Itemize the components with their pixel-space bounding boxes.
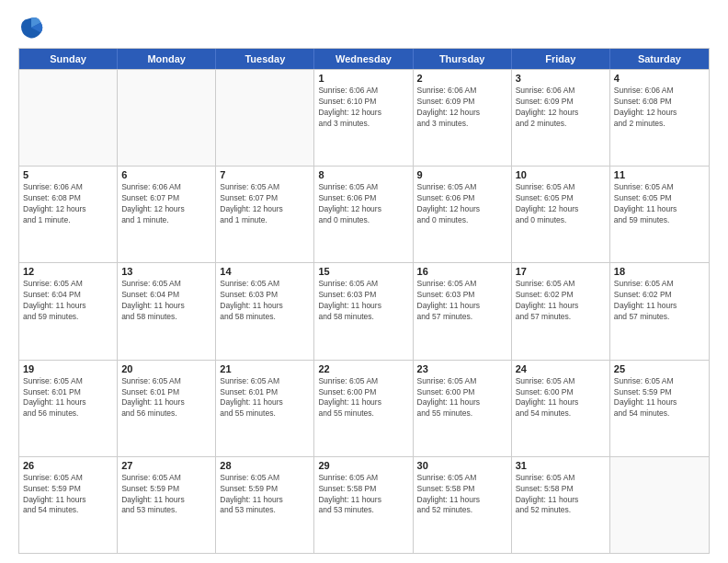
- calendar-row-2: 12Sunrise: 6:05 AM Sunset: 6:04 PM Dayli…: [19, 262, 709, 359]
- day-number: 25: [614, 363, 705, 374]
- day-cell-3: 3Sunrise: 6:06 AM Sunset: 6:09 PM Daylig…: [512, 70, 610, 166]
- day-number: 10: [516, 169, 606, 180]
- day-number: 3: [516, 73, 606, 84]
- day-cell-25: 25Sunrise: 6:05 AM Sunset: 5:59 PM Dayli…: [610, 361, 709, 456]
- day-number: 7: [220, 169, 310, 180]
- day-cell-31: 31Sunrise: 6:05 AM Sunset: 5:58 PM Dayli…: [512, 457, 610, 553]
- day-info: Sunrise: 6:05 AM Sunset: 6:04 PM Dayligh…: [23, 279, 113, 323]
- day-number: 26: [23, 460, 113, 471]
- day-number: 27: [121, 460, 211, 471]
- day-info: Sunrise: 6:05 AM Sunset: 6:06 PM Dayligh…: [318, 182, 408, 226]
- day-cell-27: 27Sunrise: 6:05 AM Sunset: 5:59 PM Dayli…: [118, 457, 216, 553]
- day-info: Sunrise: 6:06 AM Sunset: 6:08 PM Dayligh…: [23, 182, 113, 226]
- page: SundayMondayTuesdayWednesdayThursdayFrid…: [0, 0, 728, 563]
- day-number: 9: [417, 169, 507, 180]
- day-info: Sunrise: 6:05 AM Sunset: 6:05 PM Dayligh…: [516, 182, 606, 226]
- day-info: Sunrise: 6:05 AM Sunset: 6:02 PM Dayligh…: [614, 279, 705, 323]
- day-number: 18: [614, 266, 705, 277]
- day-number: 21: [220, 363, 310, 374]
- day-cell-6: 6Sunrise: 6:06 AM Sunset: 6:07 PM Daylig…: [118, 167, 216, 262]
- day-cell-8: 8Sunrise: 6:05 AM Sunset: 6:06 PM Daylig…: [314, 167, 413, 262]
- day-cell-29: 29Sunrise: 6:05 AM Sunset: 5:58 PM Dayli…: [314, 457, 413, 553]
- day-cell-28: 28Sunrise: 6:05 AM Sunset: 5:59 PM Dayli…: [216, 457, 314, 553]
- day-number: 15: [318, 266, 408, 277]
- day-cell-1: 1Sunrise: 6:06 AM Sunset: 6:10 PM Daylig…: [314, 70, 413, 166]
- weekday-header-friday: Friday: [512, 49, 610, 69]
- day-number: 11: [614, 169, 705, 180]
- day-number: 30: [417, 460, 507, 471]
- day-info: Sunrise: 6:05 AM Sunset: 6:01 PM Dayligh…: [220, 376, 310, 420]
- day-cell-15: 15Sunrise: 6:05 AM Sunset: 6:03 PM Dayli…: [314, 263, 413, 359]
- day-cell-12: 12Sunrise: 6:05 AM Sunset: 6:04 PM Dayli…: [19, 263, 118, 359]
- weekday-header-saturday: Saturday: [610, 49, 709, 69]
- day-cell-22: 22Sunrise: 6:05 AM Sunset: 6:00 PM Dayli…: [314, 361, 413, 456]
- calendar-row-3: 19Sunrise: 6:05 AM Sunset: 6:01 PM Dayli…: [19, 360, 709, 456]
- day-number: 6: [121, 169, 211, 180]
- day-cell-20: 20Sunrise: 6:05 AM Sunset: 6:01 PM Dayli…: [118, 361, 216, 456]
- logo: [18, 15, 48, 40]
- day-number: 16: [417, 266, 507, 277]
- day-cell-11: 11Sunrise: 6:05 AM Sunset: 6:05 PM Dayli…: [610, 167, 709, 262]
- day-info: Sunrise: 6:06 AM Sunset: 6:10 PM Dayligh…: [318, 86, 408, 130]
- empty-cell-4-6: [610, 457, 709, 553]
- day-number: 23: [417, 363, 507, 374]
- day-info: Sunrise: 6:05 AM Sunset: 6:00 PM Dayligh…: [318, 376, 408, 420]
- day-cell-5: 5Sunrise: 6:06 AM Sunset: 6:08 PM Daylig…: [19, 167, 118, 262]
- header: [18, 15, 710, 40]
- empty-cell-0-2: [216, 70, 314, 166]
- day-cell-14: 14Sunrise: 6:05 AM Sunset: 6:03 PM Dayli…: [216, 263, 314, 359]
- day-number: 22: [318, 363, 408, 374]
- empty-cell-0-0: [19, 70, 118, 166]
- day-cell-21: 21Sunrise: 6:05 AM Sunset: 6:01 PM Dayli…: [216, 361, 314, 456]
- day-info: Sunrise: 6:05 AM Sunset: 6:03 PM Dayligh…: [417, 279, 507, 323]
- day-info: Sunrise: 6:05 AM Sunset: 6:04 PM Dayligh…: [121, 279, 211, 323]
- day-number: 17: [516, 266, 606, 277]
- day-number: 28: [220, 460, 310, 471]
- day-number: 2: [417, 73, 507, 84]
- day-number: 31: [516, 460, 606, 471]
- day-cell-4: 4Sunrise: 6:06 AM Sunset: 6:08 PM Daylig…: [610, 70, 709, 166]
- weekday-header-sunday: Sunday: [19, 49, 118, 69]
- day-info: Sunrise: 6:05 AM Sunset: 6:00 PM Dayligh…: [417, 376, 507, 420]
- day-info: Sunrise: 6:06 AM Sunset: 6:07 PM Dayligh…: [121, 182, 211, 226]
- day-cell-26: 26Sunrise: 6:05 AM Sunset: 5:59 PM Dayli…: [19, 457, 118, 553]
- calendar-row-4: 26Sunrise: 6:05 AM Sunset: 5:59 PM Dayli…: [19, 456, 709, 553]
- day-number: 29: [318, 460, 408, 471]
- day-info: Sunrise: 6:05 AM Sunset: 5:59 PM Dayligh…: [121, 473, 211, 517]
- day-info: Sunrise: 6:05 AM Sunset: 5:59 PM Dayligh…: [23, 473, 113, 517]
- day-number: 1: [318, 73, 408, 84]
- day-number: 14: [220, 266, 310, 277]
- day-info: Sunrise: 6:05 AM Sunset: 5:58 PM Dayligh…: [516, 473, 606, 517]
- day-cell-17: 17Sunrise: 6:05 AM Sunset: 6:02 PM Dayli…: [512, 263, 610, 359]
- day-info: Sunrise: 6:05 AM Sunset: 5:58 PM Dayligh…: [417, 473, 507, 517]
- day-cell-9: 9Sunrise: 6:05 AM Sunset: 6:06 PM Daylig…: [414, 167, 512, 262]
- day-cell-10: 10Sunrise: 6:05 AM Sunset: 6:05 PM Dayli…: [512, 167, 610, 262]
- day-number: 4: [614, 73, 705, 84]
- day-info: Sunrise: 6:05 AM Sunset: 6:01 PM Dayligh…: [23, 376, 113, 420]
- weekday-header-tuesday: Tuesday: [216, 49, 314, 69]
- day-cell-24: 24Sunrise: 6:05 AM Sunset: 6:00 PM Dayli…: [512, 361, 610, 456]
- day-info: Sunrise: 6:05 AM Sunset: 6:07 PM Dayligh…: [220, 182, 310, 226]
- day-info: Sunrise: 6:05 AM Sunset: 6:05 PM Dayligh…: [614, 182, 705, 226]
- day-number: 24: [516, 363, 606, 374]
- weekday-header-wednesday: Wednesday: [314, 49, 413, 69]
- day-info: Sunrise: 6:06 AM Sunset: 6:09 PM Dayligh…: [417, 86, 507, 130]
- day-info: Sunrise: 6:05 AM Sunset: 5:58 PM Dayligh…: [318, 473, 408, 517]
- day-info: Sunrise: 6:05 AM Sunset: 6:03 PM Dayligh…: [318, 279, 408, 323]
- day-number: 20: [121, 363, 211, 374]
- day-info: Sunrise: 6:05 AM Sunset: 6:00 PM Dayligh…: [516, 376, 606, 420]
- day-number: 19: [23, 363, 113, 374]
- day-info: Sunrise: 6:05 AM Sunset: 5:59 PM Dayligh…: [614, 376, 705, 420]
- logo-icon: [18, 15, 44, 40]
- weekday-header-thursday: Thursday: [414, 49, 512, 69]
- day-number: 13: [121, 266, 211, 277]
- day-cell-13: 13Sunrise: 6:05 AM Sunset: 6:04 PM Dayli…: [118, 263, 216, 359]
- day-cell-7: 7Sunrise: 6:05 AM Sunset: 6:07 PM Daylig…: [216, 167, 314, 262]
- day-cell-19: 19Sunrise: 6:05 AM Sunset: 6:01 PM Dayli…: [19, 361, 118, 456]
- day-number: 8: [318, 169, 408, 180]
- calendar-row-0: 1Sunrise: 6:06 AM Sunset: 6:10 PM Daylig…: [19, 69, 709, 166]
- calendar-body: 1Sunrise: 6:06 AM Sunset: 6:10 PM Daylig…: [19, 69, 709, 553]
- day-number: 5: [23, 169, 113, 180]
- day-info: Sunrise: 6:05 AM Sunset: 6:02 PM Dayligh…: [516, 279, 606, 323]
- day-info: Sunrise: 6:05 AM Sunset: 5:59 PM Dayligh…: [220, 473, 310, 517]
